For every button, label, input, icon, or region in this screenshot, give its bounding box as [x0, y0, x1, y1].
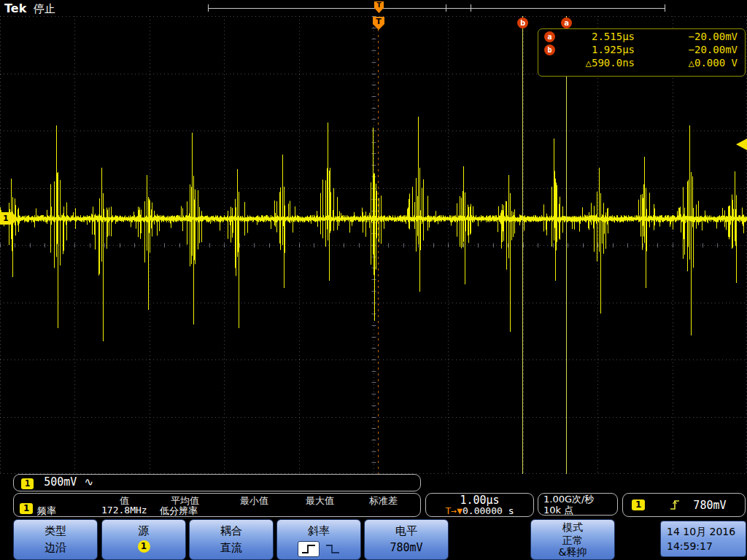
trigger-source-badge: 1	[632, 499, 645, 510]
trigger-readout[interactable]: 1 780mV	[622, 493, 746, 517]
record-view-bar	[208, 8, 665, 9]
menu-source-title: 源	[102, 524, 185, 538]
oscilloscope-screen: Tek 停止 T T 1 b a a 2.515µs −20.00mV b 1.…	[0, 0, 747, 560]
datetime-panel: 14 10月 2016 14:59:17	[660, 521, 746, 557]
cursor-b-voltage: −20.00mV	[635, 44, 738, 55]
cursor-b-row: b 1.925µs −20.00mV	[538, 42, 745, 55]
trigger-position-icon: T→▼	[446, 505, 462, 516]
cursor-b-badge[interactable]: b	[517, 18, 528, 28]
sample-rate: 1.00G次/秒	[543, 494, 617, 505]
record-length: 10k 点	[543, 505, 617, 516]
channel1-scale: 500mV	[44, 475, 77, 489]
menu-type-value: 边沿	[14, 541, 97, 555]
menu-mode-value: 正常	[531, 534, 614, 546]
menu-button-trigger-slope[interactable]: 斜率	[276, 519, 361, 560]
cursor-readout-panel: a 2.515µs −20.00mV b 1.925µs −20.00mV △5…	[538, 28, 746, 77]
menu-button-trigger-level[interactable]: 电平 780mV	[364, 519, 449, 560]
menu-button-trigger-coupling[interactable]: 耦合 直流	[189, 519, 274, 560]
meas-value: 172.8MHz	[101, 505, 147, 516]
meas-header-std: 标准差	[369, 494, 398, 508]
cursor-a-time: 2.515µs	[562, 31, 635, 42]
record-view-right-bracket	[665, 4, 665, 12]
waveform-display	[0, 16, 747, 474]
menu-type-title: 类型	[14, 524, 97, 538]
brand-logo: Tek	[4, 1, 26, 15]
menu-level-value: 780mV	[365, 541, 448, 554]
menu-button-trigger-mode[interactable]: 模式 正常 &释抑	[530, 519, 615, 560]
cursor-b-time: 1.925µs	[562, 44, 635, 55]
time-text: 14:59:17	[667, 539, 746, 553]
channel1-scale-readout[interactable]: 1500mV∿	[13, 474, 421, 491]
channel1-badge: 1	[21, 478, 34, 489]
menu-mode-value2: &释抑	[531, 546, 614, 558]
cursor-delta-row: △590.0ns △0.000 V	[538, 55, 745, 69]
cursor-a-badge[interactable]: a	[561, 18, 572, 28]
timebase-scale: 1.00µs	[426, 494, 533, 506]
menu-coupling-title: 耦合	[190, 524, 273, 538]
date-text: 14 10月 2016	[667, 524, 746, 539]
cursor-a-icon: a	[544, 31, 555, 42]
menu-coupling-value: 直流	[190, 541, 273, 555]
meas-name: 频率	[37, 505, 56, 518]
coupling-wave-icon: ∿	[84, 475, 93, 489]
record-view-left-bracket	[208, 4, 209, 12]
record-view-window-tick	[471, 4, 471, 12]
trigger-position-line	[378, 29, 379, 474]
acquisition-status: 停止	[34, 2, 55, 16]
rising-edge-icon	[670, 499, 680, 511]
cursor-a-line[interactable]	[566, 16, 567, 474]
cursor-a-row: a 2.515µs −20.00mV	[538, 29, 745, 42]
acquisition-readout: 1.00G次/秒 10k 点	[538, 493, 618, 516]
meas-header-max: 最大值	[306, 494, 334, 508]
cursor-delta-voltage: △0.000 V	[635, 57, 738, 69]
cursor-b-line[interactable]	[522, 16, 523, 474]
trigger-level-value: 780mV	[693, 499, 726, 512]
record-trigger-position-icon[interactable]: T	[374, 1, 384, 13]
rising-slope-selected-icon[interactable]	[298, 541, 320, 557]
horizontal-readout[interactable]: 1.00µs T→▼0.00000 s	[425, 493, 534, 517]
measurement-readout: 值 平均值 最小值 最大值 标准差 1 频率 172.8MHz 低分辨率	[13, 493, 421, 517]
cursor-b-icon: b	[544, 44, 555, 55]
meas-header-min: 最小值	[240, 494, 268, 508]
trigger-position-value: 0.00000 s	[462, 505, 514, 516]
menu-mode-title: 模式	[531, 521, 614, 534]
cursor-delta-time: △590.0ns	[562, 57, 635, 69]
record-view-window-tick	[446, 4, 446, 12]
menu-level-title: 电平	[365, 524, 448, 538]
slope-options	[277, 541, 360, 557]
cursor-a-voltage: −20.00mV	[635, 31, 738, 42]
meas-mean: 低分辨率	[160, 505, 198, 518]
menu-button-trigger-source[interactable]: 源 1	[101, 519, 186, 560]
menu-source-channel-badge: 1	[138, 540, 150, 553]
menu-button-trigger-type[interactable]: 类型 边沿	[13, 519, 98, 560]
menu-slope-title: 斜率	[277, 524, 360, 538]
falling-slope-icon[interactable]	[325, 544, 340, 554]
